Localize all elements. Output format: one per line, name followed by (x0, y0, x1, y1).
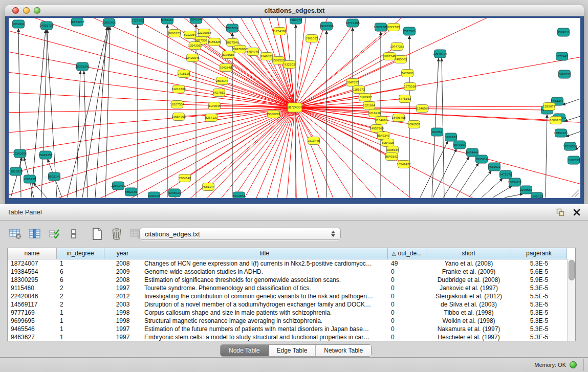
graph-node[interactable]: 16671385 (374, 23, 388, 31)
column-header-short[interactable]: short (426, 248, 511, 259)
graph-node[interactable]: 7485086 (401, 70, 414, 77)
minimize-window-button[interactable] (23, 7, 30, 14)
graph-node[interactable]: 18724007 (287, 103, 302, 112)
graph-node[interactable]: 1097349 (383, 53, 396, 60)
graph-node[interactable]: 9505135 (24, 175, 36, 183)
graph-node[interactable]: 10654112 (508, 178, 522, 186)
graph-node[interactable]: 9245013 (168, 189, 181, 197)
graph-node[interactable]: 1961037 (306, 35, 318, 42)
graph-node[interactable]: 9505146 (48, 172, 61, 181)
table-row[interactable]: 1830029562008Estimation of significance … (8, 276, 575, 284)
float-panel-icon[interactable] (555, 207, 565, 217)
table-settings-button[interactable] (7, 226, 24, 242)
graph-node[interactable]: 6879197 (453, 141, 466, 149)
graph-node[interactable]: 1513445 (308, 137, 320, 145)
zoom-window-button[interactable] (34, 7, 40, 14)
graph-node[interactable]: 9245012 (531, 192, 543, 198)
graph-node[interactable]: 15929357 (38, 151, 53, 159)
graph-node[interactable]: 1321664 (363, 102, 376, 110)
graph-node[interactable]: 640954 (431, 128, 443, 136)
graph-node[interactable]: 8183074 (290, 18, 302, 24)
graph-node[interactable]: 7632621 (488, 163, 501, 171)
graph-node[interactable]: 19218586 (319, 22, 334, 30)
graph-node[interactable]: 8549343 (377, 132, 390, 140)
graph-node[interactable]: 17016504 (563, 142, 577, 150)
graph-node[interactable]: 7957224 (226, 24, 239, 32)
table-row[interactable]: 1872400712008Changes of HCN gene express… (8, 259, 575, 268)
graph-node[interactable]: 8186328 (208, 38, 221, 46)
table-selector-dropdown[interactable]: citations_edges.txt (139, 228, 341, 240)
graph-node[interactable]: 8852165 (125, 188, 138, 196)
graph-node[interactable]: 10543362 (188, 42, 202, 50)
graph-node[interactable]: 22601430 (111, 182, 125, 190)
column-header-name[interactable]: name (8, 248, 57, 259)
graph-node[interactable]: 25260650 (13, 149, 27, 158)
graph-node[interactable]: 20053346 (75, 62, 90, 71)
tab-network-table[interactable]: Network Table (316, 345, 371, 356)
graph-node[interactable]: 12213363 (171, 85, 186, 93)
network-canvas[interactable]: 1861964240557241065328730691406152760264… (9, 18, 580, 198)
graph-node[interactable]: 1154691 (375, 117, 387, 124)
close-panel-icon[interactable] (572, 207, 582, 217)
graph-node[interactable]: 14957968 (369, 125, 384, 133)
graph-node[interactable]: 18495758 (391, 114, 406, 122)
graph-node[interactable]: 1595871 (543, 103, 556, 111)
graph-node[interactable]: 3175685 (222, 51, 235, 59)
graph-node[interactable]: 1647627 (346, 79, 359, 86)
graph-node[interactable]: 2935114 (475, 155, 488, 163)
table-row[interactable]: 977716911998Corpus callosum shape and si… (8, 309, 575, 317)
graph-node[interactable]: 9146821 (260, 53, 273, 60)
graph-node[interactable]: 7485083 (395, 56, 407, 63)
graph-node[interactable]: 1616216 (368, 110, 381, 117)
graph-node[interactable]: 22420046 (185, 54, 200, 62)
graph-node[interactable]: 18107554 (170, 101, 184, 108)
graph-node[interactable]: 12226058 (197, 29, 211, 37)
graph-node[interactable]: 7524542 (179, 174, 191, 182)
new-column-button[interactable] (89, 226, 105, 242)
graph-node[interactable]: 832203 (284, 61, 296, 69)
column-header-out_degree[interactable]: △out_de... (388, 248, 426, 259)
table-row[interactable]: 1938455462009Genome-wide association stu… (8, 268, 575, 276)
graph-node[interactable]: 10653287 (70, 18, 84, 26)
graph-node[interactable]: 1181672 (353, 86, 365, 94)
graph-node[interactable]: 6466162 (161, 18, 174, 24)
column-header-year[interactable]: year (104, 248, 141, 259)
graph-node[interactable]: 1221597 (387, 24, 400, 31)
graph-node[interactable]: 10719185 (345, 19, 360, 27)
canvas-resize-grip[interactable] (572, 190, 579, 197)
graph-node[interactable]: 10167427 (358, 94, 372, 101)
graph-node[interactable]: 8427552 (213, 89, 226, 97)
graph-node[interactable]: 2803144 (216, 77, 229, 85)
table-row[interactable]: 946362711997Embryonic stem cells: a mode… (8, 333, 575, 341)
graph-node[interactable]: 7515526 (403, 27, 416, 35)
graph-node[interactable]: 9242848 (220, 64, 232, 72)
graph-node[interactable]: 8775163 (399, 95, 411, 103)
tab-node-table[interactable]: Node Table (221, 345, 269, 356)
graph-node[interactable]: 19541948 (189, 18, 203, 24)
graph-node[interactable]: 1588520 (272, 57, 285, 64)
graph-node[interactable]: 1107533 (568, 156, 580, 164)
graph-node[interactable]: 25300297 (266, 111, 280, 118)
graph-node[interactable]: 8471676 (499, 170, 512, 179)
window-title-bar[interactable]: citations_edges.txt (5, 5, 584, 16)
vertical-scrollbar[interactable] (567, 259, 575, 341)
column-header-pagerank[interactable]: pagerank (511, 248, 567, 259)
graph-node[interactable]: 11818829 (9, 167, 23, 176)
graph-node[interactable]: 8454749 (247, 48, 259, 56)
graph-node[interactable]: 5054925 (382, 139, 395, 147)
column-header-in_degree[interactable]: in_degree (57, 248, 104, 259)
close-window-button[interactable] (12, 7, 19, 14)
graph-node[interactable]: 1088132 (550, 117, 562, 124)
graph-node[interactable]: 8214833 (233, 192, 246, 198)
graph-node[interactable]: 8912954 (184, 31, 197, 39)
graph-node[interactable]: 8267130 (205, 114, 218, 122)
graph-node[interactable]: 24055724 (39, 21, 54, 30)
graph-node[interactable]: 9245652 (520, 186, 533, 194)
graph-node[interactable]: 4170046 (208, 102, 221, 110)
select-all-rows-button[interactable] (46, 226, 62, 242)
graph-node[interactable]: 1575168 (404, 83, 417, 91)
select-columns-button[interactable] (27, 226, 43, 242)
graph-node[interactable]: 11254393 (272, 28, 287, 35)
row-height-button[interactable] (66, 226, 82, 242)
memory-status-indicator-icon[interactable] (570, 361, 577, 368)
